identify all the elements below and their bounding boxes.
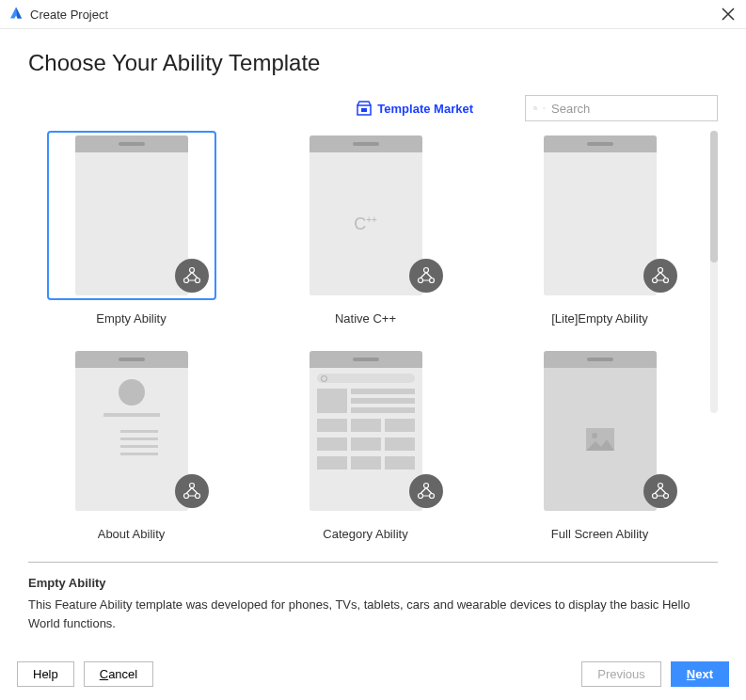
footer: Help Cancel Previous Next bbox=[0, 661, 746, 687]
top-row: Template Market bbox=[28, 95, 718, 121]
template-thumb bbox=[281, 346, 451, 516]
help-button[interactable]: Help bbox=[17, 661, 74, 687]
titlebar-left: Create Project bbox=[8, 6, 108, 23]
template-label: About Ability bbox=[98, 527, 166, 541]
template-card-lite-empty[interactable]: [Lite]Empty Ability bbox=[497, 131, 703, 326]
svg-point-4 bbox=[189, 268, 194, 273]
svg-point-23 bbox=[663, 494, 668, 499]
template-label: Full Screen Ability bbox=[551, 527, 648, 541]
app-logo-icon bbox=[8, 6, 24, 23]
phone-mock bbox=[75, 351, 188, 511]
svg-point-9 bbox=[429, 278, 434, 283]
page-heading: Choose Your Ability Template bbox=[28, 50, 718, 76]
svg-point-18 bbox=[429, 494, 434, 499]
template-thumb bbox=[516, 346, 685, 516]
window-title: Create Project bbox=[30, 8, 108, 22]
search-box[interactable] bbox=[525, 95, 718, 121]
image-icon bbox=[586, 428, 614, 451]
svg-point-5 bbox=[183, 278, 188, 283]
search-input[interactable] bbox=[551, 102, 709, 116]
description-block: Empty Ability This Feature Ability templ… bbox=[0, 563, 746, 632]
template-thumb bbox=[47, 131, 216, 300]
template-thumb: C++ bbox=[281, 131, 451, 300]
template-thumb bbox=[47, 346, 216, 516]
cpp-icon: C++ bbox=[354, 215, 377, 234]
svg-point-15 bbox=[195, 494, 199, 499]
svg-point-12 bbox=[663, 278, 668, 283]
template-card-fullscreen[interactable]: Full Screen Ability bbox=[497, 346, 703, 541]
template-label: [Lite]Empty Ability bbox=[551, 311, 648, 326]
svg-rect-1 bbox=[361, 108, 367, 112]
market-link-label: Template Market bbox=[377, 102, 473, 116]
svg-point-10 bbox=[658, 268, 662, 273]
description-title: Empty Ability bbox=[28, 576, 718, 590]
svg-point-16 bbox=[423, 484, 428, 488]
fullscreen-preview bbox=[544, 368, 657, 511]
template-market-link[interactable]: Template Market bbox=[357, 101, 473, 116]
chevron-down-icon[interactable] bbox=[543, 104, 546, 112]
template-label: Empty Ability bbox=[96, 311, 166, 326]
template-card-category[interactable]: Category Ability bbox=[262, 346, 468, 541]
description-text: This Feature Ability template was develo… bbox=[28, 596, 718, 632]
svg-point-21 bbox=[658, 484, 662, 488]
scroll-area: Empty Ability C++ Native C++ bbox=[28, 131, 718, 554]
scrollbar[interactable] bbox=[710, 131, 718, 413]
market-icon bbox=[357, 101, 372, 116]
phone-mock bbox=[544, 351, 657, 511]
phone-mock bbox=[310, 351, 422, 511]
ability-badge-icon bbox=[409, 259, 443, 293]
svg-point-11 bbox=[652, 278, 657, 283]
cancel-button[interactable]: Cancel bbox=[84, 661, 153, 687]
template-grid-wrap: Empty Ability C++ Native C++ bbox=[28, 131, 703, 554]
template-label: Native C++ bbox=[335, 311, 396, 326]
category-preview bbox=[310, 368, 422, 475]
template-grid: Empty Ability C++ Native C++ bbox=[28, 131, 703, 541]
svg-point-6 bbox=[195, 278, 199, 283]
svg-point-7 bbox=[423, 268, 428, 273]
svg-point-2 bbox=[533, 106, 536, 109]
next-button[interactable]: Next bbox=[671, 661, 729, 687]
phone-mock bbox=[544, 135, 657, 295]
svg-point-8 bbox=[418, 278, 422, 283]
svg-point-14 bbox=[183, 494, 188, 499]
close-icon[interactable] bbox=[722, 8, 735, 21]
template-card-native-cpp[interactable]: C++ Native C++ bbox=[262, 131, 468, 326]
phone-mock: C++ bbox=[310, 135, 422, 295]
template-label: Category Ability bbox=[323, 527, 407, 541]
ability-badge-icon bbox=[643, 259, 677, 293]
template-thumb bbox=[516, 131, 685, 300]
dialog-body: Choose Your Ability Template Template Ma… bbox=[0, 29, 746, 563]
svg-point-20 bbox=[592, 433, 597, 438]
template-card-about[interactable]: About Ability bbox=[28, 346, 234, 541]
phone-mock bbox=[75, 135, 188, 295]
ability-badge-icon bbox=[643, 474, 677, 508]
svg-point-22 bbox=[652, 494, 657, 499]
ability-badge-icon bbox=[175, 474, 209, 508]
previous-button: Previous bbox=[581, 661, 661, 687]
ability-badge-icon bbox=[175, 259, 209, 293]
scrollbar-thumb[interactable] bbox=[710, 131, 718, 262]
search-icon bbox=[533, 102, 537, 115]
svg-point-13 bbox=[189, 484, 194, 488]
ability-badge-icon bbox=[409, 474, 443, 508]
svg-point-17 bbox=[418, 494, 422, 499]
titlebar: Create Project bbox=[0, 0, 746, 29]
about-preview bbox=[103, 368, 160, 455]
template-card-empty[interactable]: Empty Ability bbox=[28, 131, 234, 326]
svg-line-3 bbox=[536, 109, 537, 110]
